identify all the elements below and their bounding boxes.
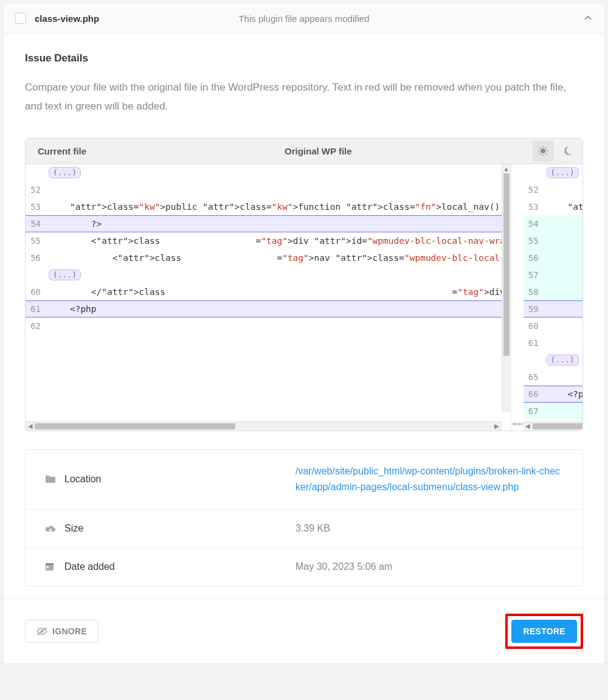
section-title: Issue Details bbox=[25, 52, 583, 64]
code-line: 53 "attr">class="kw">public "attr">class… bbox=[26, 198, 511, 215]
code-line: 54 ?> bbox=[26, 215, 511, 232]
collapse-icon[interactable] bbox=[583, 13, 593, 23]
code-line: 65 </"attr">class="tag">div> bbox=[523, 369, 583, 386]
issue-body: Issue Details Compare your file with the… bbox=[3, 34, 605, 598]
code-line: 56 } bbox=[523, 249, 583, 266]
diff-viewer: Current file Original WP file (...) bbox=[25, 138, 583, 431]
restore-highlight: RESTORE bbox=[505, 614, 583, 649]
diff-left-pane: (...) 5253 "attr">class="kw">public "att… bbox=[26, 164, 511, 431]
code-line: 56 <"attr">class="tag">nav "attr">class=… bbox=[26, 249, 511, 266]
code-line: 62 bbox=[26, 317, 511, 334]
meta-row-date: Date added May 30, 2023 5:06 am bbox=[26, 548, 582, 586]
code-line: 67 "attr">class="fn">do_action( 'wpmudev… bbox=[523, 403, 583, 420]
code-line: 57 bbox=[523, 266, 583, 283]
horizontal-scrollbar[interactable]: ◀▶ bbox=[523, 421, 583, 431]
svg-rect-10 bbox=[46, 563, 54, 565]
code-line: 60 <"attr">class="tag">div "attr">id="wp… bbox=[523, 317, 583, 334]
diff-sync-handle[interactable]: ⇒⇐ bbox=[511, 164, 523, 431]
issue-header[interactable]: class-view.php This plugin file appears … bbox=[3, 3, 605, 34]
select-issue-checkbox[interactable] bbox=[15, 13, 26, 24]
code-line: 61 <"attr">class="tag">nav "attr">class=… bbox=[523, 334, 583, 352]
diff-header: Current file Original WP file bbox=[26, 139, 582, 164]
restore-label: RESTORE bbox=[523, 626, 565, 636]
location-link[interactable]: /var/web/site/public_html/wp-content/plu… bbox=[295, 463, 563, 496]
date-label: Date added bbox=[64, 561, 295, 572]
section-description: Compare your file with the original file… bbox=[25, 78, 583, 116]
filename-label: class-view.php bbox=[35, 13, 99, 24]
diff-right-pane: (...) 5253 "attr">class="kw">public "att… bbox=[523, 164, 583, 431]
ignore-label: IGNORE bbox=[52, 626, 87, 636]
diff-body: (...) 5253 "attr">class="kw">public "att… bbox=[26, 164, 582, 431]
calendar-icon bbox=[45, 562, 64, 571]
code-line: 60 </"attr">class="tag">div> bbox=[26, 283, 511, 300]
code-line: 55 <"attr">class="tag">div "attr">id="wp… bbox=[26, 232, 511, 249]
diff-right-title: Original WP file bbox=[272, 139, 533, 164]
code-line: 54 "attr">class="kw">if ( ! "attr">class… bbox=[523, 215, 583, 232]
light-theme-button[interactable] bbox=[533, 140, 553, 161]
download-cloud-icon bbox=[45, 524, 64, 533]
code-line: 58 "attr">class="fn">do_action( 'wpmudev… bbox=[523, 283, 583, 300]
code-line: 61 <?php bbox=[26, 300, 511, 317]
svg-line-5 bbox=[539, 148, 540, 148]
code-line: 59 ?> bbox=[523, 300, 583, 317]
fold-marker[interactable]: (...) bbox=[523, 352, 583, 369]
file-meta-table: Location /var/web/site/public_html/wp-co… bbox=[25, 449, 583, 586]
svg-line-6 bbox=[545, 154, 546, 154]
restore-button[interactable]: RESTORE bbox=[511, 620, 577, 643]
theme-toggles bbox=[533, 140, 582, 161]
svg-line-8 bbox=[545, 148, 546, 148]
ignore-button[interactable]: IGNORE bbox=[25, 620, 98, 643]
date-value: May 30, 2023 5:06 am bbox=[295, 561, 563, 572]
svg-rect-11 bbox=[47, 566, 49, 568]
meta-row-location: Location /var/web/site/public_html/wp-co… bbox=[26, 450, 582, 510]
eye-off-icon bbox=[36, 627, 47, 636]
location-label: Location bbox=[64, 474, 295, 485]
issue-footer: IGNORE RESTORE bbox=[3, 598, 605, 664]
horizontal-scrollbar[interactable]: ◀▶ bbox=[26, 421, 502, 431]
size-label: Size bbox=[64, 523, 295, 534]
code-line: 52 bbox=[523, 181, 583, 198]
fold-marker[interactable]: (...) bbox=[26, 164, 511, 181]
code-line: 53 "attr">class="kw">public "attr">class… bbox=[523, 198, 583, 215]
code-line: 52 bbox=[26, 181, 511, 198]
code-line: 55 "attr">class="kw">return; bbox=[523, 232, 583, 249]
issue-card: class-view.php This plugin file appears … bbox=[2, 2, 606, 664]
vertical-scrollbar[interactable]: ▲ bbox=[502, 164, 511, 412]
code-left[interactable]: (...) 5253 "attr">class="kw">public "att… bbox=[26, 164, 511, 421]
code-right[interactable]: (...) 5253 "attr">class="kw">public "att… bbox=[523, 164, 583, 421]
meta-row-size: Size 3.39 KB bbox=[26, 510, 582, 548]
diff-left-title: Current file bbox=[26, 139, 272, 164]
folder-icon bbox=[45, 475, 64, 483]
fold-marker[interactable]: (...) bbox=[523, 164, 583, 181]
size-value: 3.39 KB bbox=[295, 523, 563, 534]
code-line: 66 <?php bbox=[523, 386, 583, 403]
svg-point-0 bbox=[541, 148, 545, 153]
dark-theme-button[interactable] bbox=[557, 140, 578, 161]
svg-line-7 bbox=[539, 154, 540, 154]
fold-marker[interactable]: (...) bbox=[26, 266, 511, 283]
